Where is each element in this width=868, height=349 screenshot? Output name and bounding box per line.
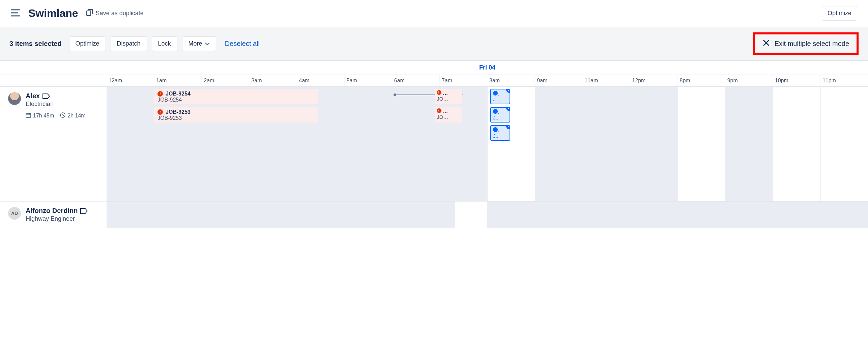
deselect-all-link[interactable]: Deselect all	[225, 40, 260, 48]
bulk-optimize-button[interactable]: Optimize	[69, 36, 106, 51]
alert-icon	[437, 90, 441, 95]
alert-icon	[493, 127, 498, 132]
resource-sidebar: Alex Electrician 17h 45m	[0, 87, 107, 201]
job-card[interactable]: JOB-9253 JOB-9253	[154, 107, 318, 123]
alert-icon	[493, 91, 498, 96]
job-card-selected[interactable]: . J..	[490, 89, 510, 104]
hour-cell: 2am	[202, 75, 249, 86]
job-card-selected[interactable]: . J..	[490, 125, 510, 141]
menu-icon[interactable]	[11, 9, 20, 18]
save-as-duplicate-label: Save as duplicate	[96, 10, 144, 17]
swimlane-row: Alex Electrician 17h 45m	[0, 87, 868, 202]
bulk-lock-button[interactable]: Lock	[152, 36, 177, 51]
date-label: Fri 04	[107, 61, 868, 75]
job-ellipsis: …	[443, 108, 448, 114]
hour-cell: 5am	[345, 75, 392, 86]
chevron-down-icon	[205, 40, 210, 47]
save-as-duplicate-button[interactable]: Save as duplicate	[86, 9, 144, 18]
swimlane-grid[interactable]	[107, 202, 868, 228]
svg-rect-0	[87, 11, 91, 16]
bulk-dispatch-button[interactable]: Dispatch	[111, 36, 147, 51]
hours-header-row: 12am 1am 2am 3am 4am 5am 6am 7am 8am 9am…	[0, 75, 868, 87]
exit-multiple-select-label: Exit multiple select mode	[775, 40, 849, 48]
job-subtitle: JO…	[437, 114, 460, 120]
hour-cell: 8am	[487, 75, 535, 86]
hour-cell: 11am	[582, 75, 630, 86]
alert-icon	[157, 109, 163, 115]
exit-multiple-select-button[interactable]: Exit multiple select mode	[753, 32, 859, 55]
resource-name-label: Alfonzo Derdinn	[26, 207, 78, 215]
hour-cell: 9am	[535, 75, 582, 86]
hour-cell: 3am	[249, 75, 297, 86]
alert-icon	[157, 91, 163, 97]
job-title: JOB-9253	[166, 109, 191, 115]
meta-duration-2: 2h 14m	[60, 112, 85, 119]
duplicate-icon	[86, 9, 93, 18]
job-subtitle: JOB-9253	[157, 115, 314, 121]
avatar[interactable]	[8, 92, 21, 105]
hour-cell: 12am	[107, 75, 154, 86]
bulk-more-button[interactable]: More	[182, 36, 216, 51]
job-short-label: J..	[493, 133, 508, 139]
job-card[interactable]: … JO…	[435, 107, 462, 123]
job-dot-label: .	[498, 91, 499, 97]
resource-meta: 17h 45m 2h 14m	[26, 112, 86, 119]
more-label: More	[189, 40, 202, 47]
date-header-row: Fri 04	[0, 61, 868, 75]
job-ellipsis: …	[443, 90, 448, 96]
hour-cell: 4am	[297, 75, 345, 86]
swimlane-grid[interactable]: JOB-9254 JOB-9254 JOB-9253 JOB-9253 … JO…	[107, 87, 868, 201]
resource-role: Highway Engineer	[26, 215, 88, 222]
job-short-label: J..	[493, 97, 508, 102]
hour-cell: 12pm	[630, 75, 677, 86]
job-card[interactable]: … JO…	[435, 89, 462, 104]
job-card-selected[interactable]: . J..	[490, 107, 510, 123]
job-subtitle: JOB-9254	[157, 97, 314, 103]
job-subtitle: JO…	[437, 96, 460, 102]
timeline: Fri 04 12am 1am 2am 3am 4am 5am 6am 7am …	[0, 61, 868, 228]
meta-duration-1-value: 17h 45m	[33, 113, 54, 119]
hour-cell: 6am	[392, 75, 440, 86]
hours-cells: 12am 1am 2am 3am 4am 5am 6am 7am 8am 9am…	[107, 75, 868, 86]
job-short-label: J..	[493, 115, 508, 120]
tag-icon	[80, 208, 88, 214]
tag-icon	[42, 93, 50, 99]
swimlane-row: AD Alfonzo Derdinn Highway Engineer	[0, 202, 868, 228]
hour-cell: 1am	[154, 75, 202, 86]
job-dot-label: .	[498, 109, 499, 115]
hour-cell: 9pm	[725, 75, 773, 86]
clock-icon	[60, 112, 65, 119]
selection-bar: 3 items selected Optimize Dispatch Lock …	[0, 27, 868, 61]
resource-role: Electrician	[26, 101, 86, 108]
resource-name[interactable]: Alfonzo Derdinn	[26, 207, 88, 215]
hour-cell: 11pm	[820, 75, 868, 86]
meta-duration-2-value: 2h 14m	[67, 113, 85, 119]
hour-cell: 8pm	[678, 75, 725, 86]
selection-count: 3 items selected	[9, 40, 62, 48]
avatar[interactable]: AD	[8, 207, 21, 220]
job-dot-label: .	[498, 127, 499, 133]
resource-sidebar: AD Alfonzo Derdinn Highway Engineer	[0, 202, 107, 228]
calendar-icon	[26, 112, 31, 119]
svg-rect-1	[26, 113, 31, 117]
app-header: Swimlane Save as duplicate Optimize	[0, 0, 868, 27]
close-icon	[762, 39, 770, 48]
optimize-button[interactable]: Optimize	[822, 6, 857, 21]
job-title: JOB-9254	[166, 91, 191, 97]
resource-name-label: Alex	[26, 92, 40, 100]
hour-cell: 7am	[440, 75, 487, 86]
alert-icon	[437, 108, 441, 113]
meta-duration-1: 17h 45m	[26, 112, 54, 119]
hour-cell: 10pm	[773, 75, 820, 86]
alert-icon	[493, 109, 498, 114]
job-card[interactable]: JOB-9254 JOB-9254	[154, 89, 318, 104]
resource-name[interactable]: Alex	[26, 92, 86, 100]
avatar-initials: AD	[11, 211, 18, 216]
page-title: Swimlane	[28, 7, 78, 20]
